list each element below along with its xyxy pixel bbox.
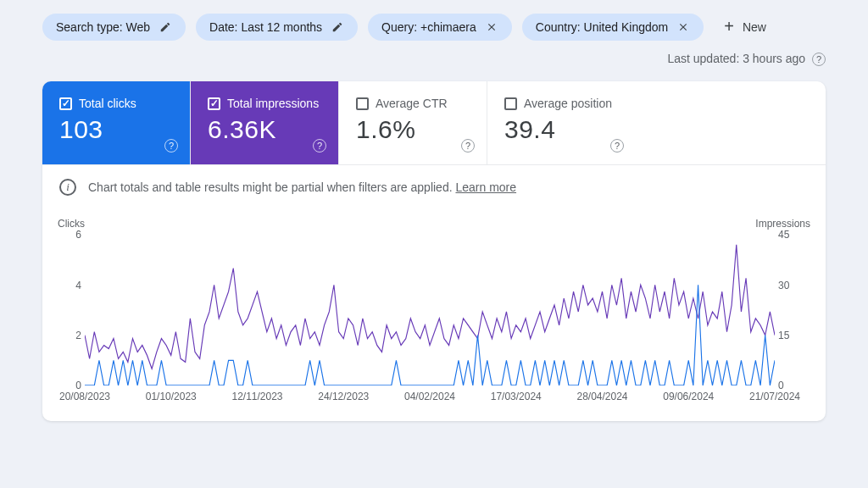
filter-chip-search-type[interactable]: Search type: Web <box>42 14 186 41</box>
new-filter-label: New <box>743 20 766 34</box>
x-tick: 17/03/2024 <box>491 391 542 402</box>
checkbox-icon <box>59 97 72 110</box>
help-icon[interactable]: ? <box>812 53 826 66</box>
metric-total-impressions[interactable]: Total impressions 6.36K ? <box>191 81 339 164</box>
filter-bar: Search type: Web Date: Last 12 months Qu… <box>42 10 826 43</box>
y-tick-left: 0 <box>68 380 81 391</box>
metric-average-position[interactable]: Average position 39.4 ? <box>487 81 636 164</box>
x-tick: 12/11/2023 <box>231 391 282 402</box>
filter-chip-label: Country: United Kingdom <box>536 20 668 34</box>
plus-icon: + <box>724 17 734 36</box>
y-tick-right: 15 <box>778 330 798 341</box>
close-icon[interactable] <box>485 20 498 34</box>
impressions-line <box>85 245 775 369</box>
y-tick-right: 30 <box>778 280 798 291</box>
filter-chip-label: Search type: Web <box>56 20 150 34</box>
filter-chip-country[interactable]: Country: United Kingdom <box>522 14 704 41</box>
help-icon[interactable]: ? <box>164 139 178 152</box>
pencil-icon[interactable] <box>331 20 344 34</box>
performance-card: Total clicks 103 ? Total impressions 6.3… <box>42 81 826 421</box>
metric-label: Average position <box>524 97 612 110</box>
help-icon[interactable]: ? <box>313 139 326 152</box>
metric-value: 103 <box>59 115 173 144</box>
metric-label: Total impressions <box>227 97 319 110</box>
info-text: Chart totals and table results might be … <box>88 180 453 194</box>
metric-label: Total clicks <box>79 97 136 110</box>
close-icon[interactable] <box>676 20 690 34</box>
y-axis-right-label: Impressions <box>755 218 810 230</box>
metric-total-clicks[interactable]: Total clicks 103 ? <box>42 81 191 164</box>
filter-chip-label: Query: +chimaera <box>381 20 476 34</box>
last-updated-text: Last updated: 3 hours ago <box>667 52 805 65</box>
y-tick-left: 2 <box>68 330 81 341</box>
filter-chip-label: Date: Last 12 months <box>209 20 322 34</box>
checkbox-icon <box>356 97 369 110</box>
partial-data-notice: i Chart totals and table results might b… <box>42 164 826 209</box>
x-tick: 24/12/2023 <box>318 391 369 402</box>
checkbox-icon <box>504 97 517 110</box>
help-icon[interactable]: ? <box>610 139 624 152</box>
learn-more-link[interactable]: Learn more <box>455 180 516 194</box>
x-tick: 20/08/2023 <box>59 391 110 402</box>
filter-chip-date[interactable]: Date: Last 12 months <box>196 14 358 41</box>
metric-value: 39.4 <box>504 115 619 144</box>
pencil-icon[interactable] <box>159 20 172 34</box>
metric-value: 6.36K <box>208 115 321 144</box>
checkbox-icon <box>208 97 220 110</box>
x-tick: 21/07/2024 <box>749 391 800 402</box>
filter-chip-query[interactable]: Query: +chimaera <box>368 14 512 41</box>
y-axis-left-label: Clicks <box>58 218 85 230</box>
metric-label: Average CTR <box>376 97 448 110</box>
x-tick: 04/02/2024 <box>404 391 455 402</box>
metrics-row: Total clicks 103 ? Total impressions 6.3… <box>42 81 826 164</box>
x-tick: 28/04/2024 <box>576 391 627 402</box>
metric-value: 1.6% <box>356 115 470 144</box>
new-filter-button[interactable]: + New <box>714 10 776 43</box>
y-tick-right: 0 <box>778 380 798 391</box>
x-tick: 09/06/2024 <box>663 391 714 402</box>
help-icon[interactable]: ? <box>461 139 475 152</box>
metric-average-ctr[interactable]: Average CTR 1.6% ? <box>339 81 487 164</box>
chart-container: Clicks Impressions 0246015304520/08/2023… <box>42 209 826 421</box>
y-tick-left: 6 <box>68 229 81 241</box>
y-tick-right: 45 <box>778 229 798 241</box>
plot-area: 0246015304520/08/202301/10/202312/11/202… <box>85 235 775 385</box>
y-tick-left: 4 <box>68 280 81 291</box>
last-updated: Last updated: 3 hours ago ? <box>42 52 826 66</box>
info-icon: i <box>59 179 76 196</box>
x-tick: 01/10/2023 <box>146 391 197 402</box>
